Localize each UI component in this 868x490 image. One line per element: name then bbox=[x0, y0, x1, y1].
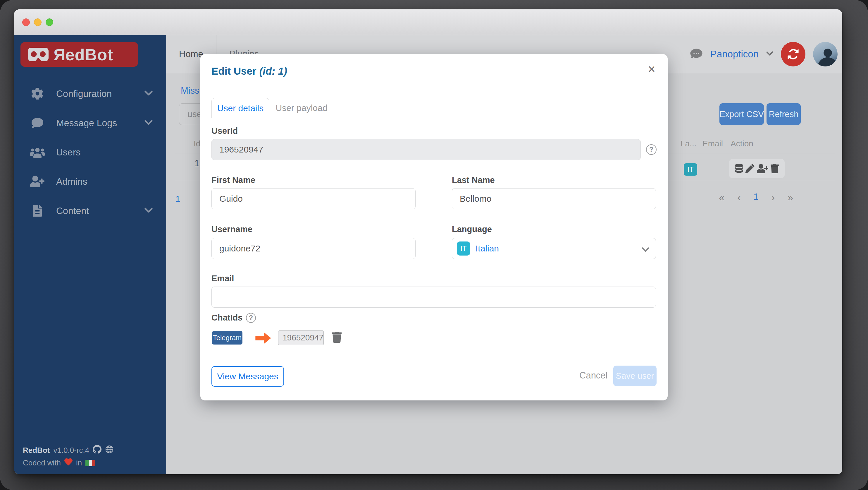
sidebar-item-users[interactable]: Users bbox=[14, 138, 166, 167]
first-name-label: First Name bbox=[212, 175, 255, 185]
user-plus-icon bbox=[30, 176, 45, 188]
topbar-right: Panopticon bbox=[690, 42, 842, 66]
users-icon bbox=[30, 146, 45, 158]
export-csv-button[interactable]: Export CSV bbox=[719, 103, 764, 125]
username-label: Username bbox=[212, 225, 252, 234]
chevron-down-icon[interactable] bbox=[766, 50, 773, 59]
language-value: Italian bbox=[475, 238, 499, 259]
sidebar-item-configuration[interactable]: Configuration bbox=[14, 79, 166, 108]
missing-translations-link[interactable]: Missi bbox=[181, 85, 202, 96]
footer-app-name: RedBot bbox=[23, 446, 50, 455]
macos-titlebar bbox=[14, 9, 842, 35]
table-row-id-cell: 1 bbox=[194, 158, 199, 169]
gear-icon bbox=[30, 88, 45, 99]
first-name-field[interactable] bbox=[212, 188, 415, 209]
edit-user-modal: Edit User(id: 1) × User details User pay… bbox=[200, 54, 668, 400]
save-user-button[interactable]: Save user bbox=[613, 366, 656, 386]
close-icon[interactable]: × bbox=[648, 62, 655, 77]
sidebar-nav: Configuration Message Logs Users bbox=[14, 79, 166, 225]
chevron-down-icon bbox=[145, 88, 153, 99]
pencil-icon[interactable] bbox=[745, 164, 754, 173]
sidebar-item-label: Content bbox=[56, 205, 89, 216]
logo-text: RedBot bbox=[53, 45, 113, 64]
column-header-email: Email bbox=[703, 139, 723, 148]
column-header-action: Action bbox=[731, 139, 753, 148]
tab-user-payload[interactable]: User payload bbox=[269, 98, 334, 118]
view-messages-button[interactable]: View Messages bbox=[212, 366, 284, 387]
transport-badge: Telegram bbox=[212, 331, 243, 345]
pagination-first[interactable]: « bbox=[719, 192, 724, 203]
arrow-right-icon bbox=[255, 332, 272, 345]
email-label: Email bbox=[212, 274, 234, 283]
speech-bubble-icon bbox=[30, 117, 45, 129]
sidebar-item-label: Configuration bbox=[56, 88, 112, 99]
search-value: use bbox=[187, 109, 202, 119]
chatids-label: ChatIds bbox=[212, 313, 243, 323]
sidebar-item-label: Admins bbox=[56, 176, 88, 187]
globe-icon[interactable] bbox=[105, 445, 114, 456]
sidebar-item-label: Message Logs bbox=[56, 118, 117, 128]
minimize-window-button[interactable] bbox=[34, 19, 41, 26]
app-window: RedBot Configuration Message Logs bbox=[14, 9, 842, 474]
pagination: « ‹ 1 › » bbox=[719, 192, 793, 203]
refresh-table-button[interactable]: Refresh bbox=[767, 103, 801, 125]
database-icon[interactable] bbox=[735, 164, 743, 173]
pagination-prev[interactable]: ‹ bbox=[737, 192, 741, 203]
userid-help-icon[interactable]: ? bbox=[646, 144, 656, 155]
language-code-badge: IT bbox=[457, 241, 470, 256]
footer-version: v1.0.0-rc.4 bbox=[53, 446, 89, 455]
sidebar: RedBot Configuration Message Logs bbox=[14, 35, 166, 474]
last-name-field[interactable] bbox=[452, 188, 656, 209]
language-select[interactable]: IT Italian bbox=[452, 238, 656, 259]
chatids-help-icon[interactable]: ? bbox=[246, 313, 256, 323]
language-label: Language bbox=[452, 225, 492, 234]
bot-selector[interactable]: Panopticon bbox=[710, 49, 758, 60]
chevron-down-icon bbox=[145, 205, 153, 216]
sidebar-item-admins[interactable]: Admins bbox=[14, 167, 166, 196]
row-actions bbox=[729, 159, 785, 178]
pagination-last[interactable]: » bbox=[787, 192, 793, 203]
heart-icon bbox=[64, 458, 72, 468]
column-header-id: Id bbox=[194, 139, 200, 148]
cancel-button[interactable]: Cancel bbox=[579, 370, 608, 381]
sidebar-item-content[interactable]: Content bbox=[14, 196, 166, 225]
sidebar-item-label: Users bbox=[56, 147, 81, 158]
sidebar-footer: RedBot v1.0.0-rc.4 Coded with in bbox=[23, 443, 114, 468]
vr-goggles-icon bbox=[28, 48, 49, 61]
github-icon[interactable] bbox=[93, 445, 101, 456]
modal-title-id: (id: 1) bbox=[259, 65, 287, 77]
pagination-current-page[interactable]: 1 bbox=[754, 192, 758, 203]
zoom-window-button[interactable] bbox=[45, 19, 53, 26]
userid-label: UserId bbox=[212, 126, 238, 136]
chat-dots-icon bbox=[690, 47, 703, 61]
trash-icon[interactable] bbox=[771, 164, 779, 173]
pagination-next[interactable]: › bbox=[772, 192, 775, 203]
column-header-language: La... bbox=[681, 139, 696, 148]
user-plus-icon[interactable] bbox=[757, 164, 769, 173]
chevron-down-icon bbox=[145, 118, 153, 128]
footer-coded-suffix: in bbox=[76, 458, 82, 467]
document-icon bbox=[30, 205, 45, 217]
last-name-label: Last Name bbox=[452, 175, 495, 185]
modal-tabs: User details User payload bbox=[212, 98, 656, 118]
modal-title: Edit User(id: 1) bbox=[212, 65, 287, 77]
email-field[interactable] bbox=[212, 287, 656, 308]
user-avatar[interactable] bbox=[813, 42, 838, 66]
tab-user-details[interactable]: User details bbox=[212, 98, 269, 118]
chevron-down-icon bbox=[642, 245, 649, 255]
userid-field bbox=[212, 139, 641, 160]
footer-coded-prefix: Coded with bbox=[23, 458, 61, 467]
trash-icon[interactable] bbox=[332, 332, 342, 344]
redbot-logo[interactable]: RedBot bbox=[21, 42, 138, 67]
refresh-icon bbox=[787, 48, 799, 60]
username-field[interactable] bbox=[212, 238, 415, 259]
chatid-field[interactable] bbox=[278, 330, 324, 345]
pagination-left-partial[interactable]: 1 bbox=[176, 194, 181, 204]
language-badge: IT bbox=[684, 163, 697, 176]
screenshot-frame: RedBot Configuration Message Logs bbox=[0, 0, 868, 490]
close-window-button[interactable] bbox=[22, 19, 30, 26]
reload-bot-button[interactable] bbox=[781, 42, 805, 66]
sidebar-item-message-logs[interactable]: Message Logs bbox=[14, 108, 166, 138]
italy-flag bbox=[85, 460, 95, 466]
